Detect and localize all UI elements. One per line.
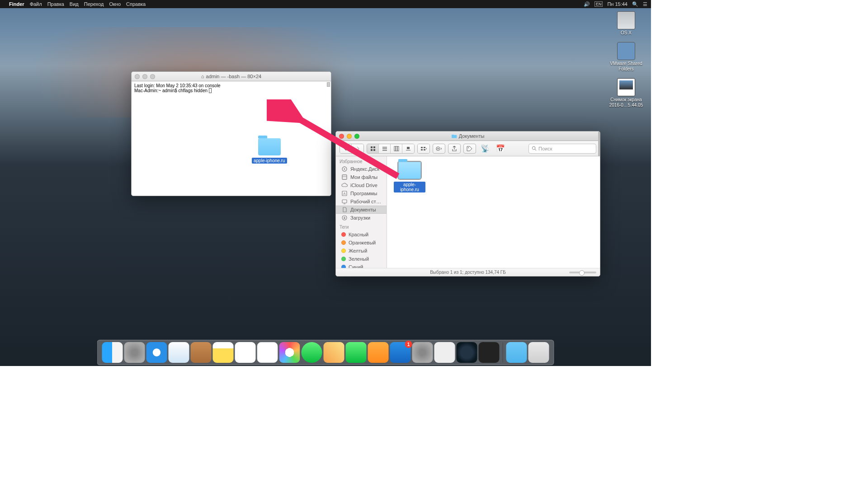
sidebar-tag[interactable]: Синий <box>336 263 387 268</box>
menu-file[interactable]: Файл <box>30 1 42 7</box>
search-field[interactable]: Поиск <box>528 144 596 154</box>
desktop-icon-label: OS X <box>621 30 632 36</box>
window-close-button[interactable] <box>339 134 344 139</box>
reminders-app[interactable] <box>235 342 256 363</box>
tag-dot-icon <box>341 232 346 237</box>
arrange-button[interactable] <box>418 144 429 153</box>
facetime-app[interactable] <box>346 342 367 363</box>
volume-icon[interactable]: 🔊 <box>584 1 590 7</box>
terminal-cursor <box>209 88 212 93</box>
photos-app[interactable] <box>279 342 300 363</box>
ibooks-app[interactable] <box>368 342 389 363</box>
downloads-stack[interactable] <box>506 342 527 363</box>
trash[interactable] <box>528 342 549 363</box>
file-label: apple-iphone.ru <box>394 182 425 192</box>
terminal-title: admin — -bash — 80×24 <box>206 74 262 79</box>
sidebar-item-label: iCloud Drive <box>350 183 377 188</box>
finder-window[interactable]: Документы 📡 📅 Поиск Избранное Яндекс.Ди <box>335 131 600 277</box>
terminal-line: Last login: Mon May 2 10:35:43 on consol… <box>134 83 328 88</box>
terminal-window[interactable]: ⌂admin — -bash — 80×24 Last login: Mon M… <box>131 71 331 196</box>
column-view-button[interactable] <box>391 144 402 153</box>
menu-go[interactable]: Переход <box>84 1 104 7</box>
terminal-app[interactable] <box>479 342 500 363</box>
sidebar-header-tags: Теги <box>336 222 387 230</box>
menu-edit[interactable]: Правка <box>47 1 64 7</box>
sidebar-tag[interactable]: Зеленый <box>336 255 387 263</box>
desktop-icons: OS X VMware Shared Folders Снимок экрана… <box>606 11 646 108</box>
icon-view-button[interactable] <box>367 144 379 153</box>
list-view-button[interactable] <box>379 144 391 153</box>
clock[interactable]: Пн 15:44 <box>607 1 627 7</box>
messages-app[interactable] <box>302 342 322 363</box>
sidebar-item-label: Загрузки <box>350 215 370 221</box>
sidebar-header-favorites: Избранное <box>336 156 387 165</box>
sidebar-item-allfiles[interactable]: Мои файлы <box>336 173 387 181</box>
svg-rect-5 <box>382 148 387 149</box>
safari-app[interactable] <box>146 342 167 363</box>
icon-size-slider[interactable] <box>569 272 596 273</box>
finder-titlebar[interactable]: Документы <box>336 131 600 141</box>
terminal-body[interactable]: Last login: Mon May 2 10:35:43 on consol… <box>132 81 331 196</box>
tags-button[interactable] <box>463 144 476 154</box>
window-close-button[interactable] <box>135 74 140 79</box>
sidebar-item-downloads[interactable]: Загрузки <box>336 214 387 222</box>
appstore-app[interactable]: 1 <box>390 342 411 363</box>
coverflow-view-button[interactable] <box>402 144 414 153</box>
menu-help[interactable]: Справка <box>126 1 146 7</box>
nav-buttons <box>340 144 364 154</box>
finder-content[interactable]: apple-iphone.ru <box>387 156 600 268</box>
sidebar-tag[interactable]: Желтый <box>336 247 387 255</box>
spotlight-icon[interactable]: 🔍 <box>632 1 638 7</box>
scrollbar-thumb[interactable] <box>327 82 330 87</box>
window-zoom-button[interactable] <box>354 134 359 139</box>
allfiles-icon <box>341 174 348 180</box>
sidebar-tag[interactable]: Оранжевый <box>336 239 387 247</box>
svg-rect-6 <box>382 150 387 151</box>
sidebar-tag[interactable]: Красный <box>336 230 387 239</box>
back-button[interactable] <box>340 144 352 153</box>
sidebar-item-docs[interactable]: Документы <box>336 206 387 214</box>
notification-center-icon[interactable]: ☰ <box>643 1 647 7</box>
menubar-app-name[interactable]: Finder <box>9 1 24 7</box>
sidebar-item-label: Яндекс.Диск <box>350 166 379 172</box>
calendar-tool-icon[interactable]: 📅 <box>494 144 507 154</box>
finder-app[interactable] <box>102 342 123 363</box>
terminal-line: Mac-Admin:~ admin$ chflags hidden <box>134 88 328 93</box>
input-source[interactable]: EN <box>594 1 603 7</box>
paint-app[interactable] <box>434 342 455 363</box>
home-icon: ⌂ <box>201 74 204 79</box>
contacts-app[interactable] <box>191 342 212 363</box>
sidebar-item-apps[interactable]: AПрограммы <box>336 189 387 197</box>
notes-app[interactable] <box>213 342 234 363</box>
svg-rect-2 <box>371 149 373 151</box>
quicktime-app[interactable] <box>457 342 477 363</box>
dragged-folder-label: apple-iphone.ru <box>252 158 287 164</box>
desktop-icon-shared[interactable]: VMware Shared Folders <box>606 42 646 72</box>
sysprefs-app[interactable] <box>412 342 433 363</box>
mail-app[interactable] <box>169 342 189 363</box>
file-item[interactable]: apple-iphone.ru <box>394 162 425 193</box>
desktop-icon-screenshot[interactable]: Снимок экрана 2016-0…5.44.05 <box>606 78 646 108</box>
forward-button[interactable] <box>352 144 363 153</box>
menu-window[interactable]: Окно <box>109 1 121 7</box>
terminal-titlebar[interactable]: ⌂admin — -bash — 80×24 <box>132 72 331 81</box>
sharing-tool-icon[interactable]: 📡 <box>479 144 491 154</box>
window-minimize-button[interactable] <box>142 74 147 79</box>
sidebar-item-desktop[interactable]: Рабочий ст… <box>336 197 387 206</box>
menu-view[interactable]: Вид <box>70 1 79 7</box>
folder-icon <box>617 42 635 60</box>
sidebar-item-disk[interactable]: Яндекс.Диск <box>336 165 387 173</box>
status-text: Выбрано 1 из 1; доступно 134,74 ГБ <box>430 270 506 275</box>
maps-app[interactable] <box>324 342 344 363</box>
launchpad-app[interactable] <box>124 342 145 363</box>
share-button[interactable] <box>448 144 461 154</box>
calendar-app[interactable] <box>257 342 278 363</box>
window-minimize-button[interactable] <box>347 134 352 139</box>
action-button[interactable] <box>433 144 445 154</box>
window-zoom-button[interactable] <box>150 74 155 79</box>
desktop-icon-osx[interactable]: OS X <box>606 11 646 36</box>
svg-rect-15 <box>424 149 425 150</box>
finder-toolbar: 📡 📅 Поиск <box>336 141 600 156</box>
sidebar-tag-label: Оранжевый <box>349 240 376 245</box>
sidebar-item-cloud[interactable]: iCloud Drive <box>336 181 387 189</box>
